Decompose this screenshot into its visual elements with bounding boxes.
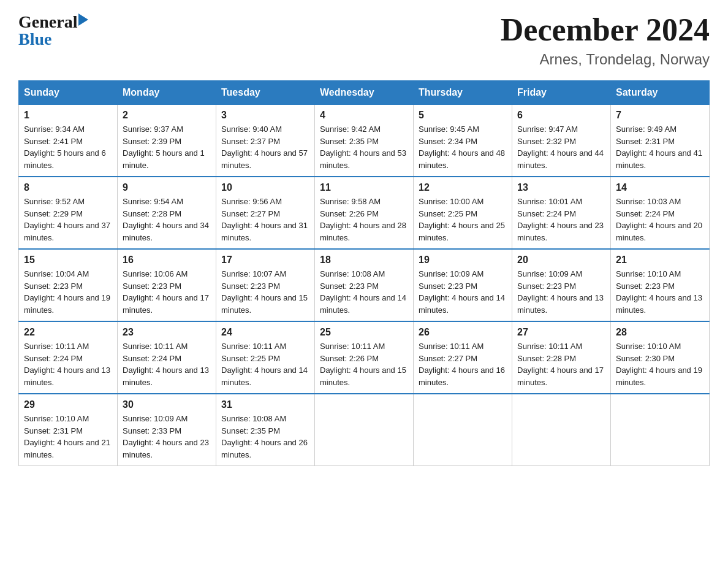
header-thursday: Thursday [414,81,512,105]
day-number: 2 [123,110,211,121]
table-row: 2 Sunrise: 9:37 AMSunset: 2:39 PMDayligh… [118,105,216,177]
title-block: December 2024 Arnes, Trondelag, Norway [501,12,710,68]
day-number: 28 [616,327,704,338]
table-row: 8 Sunrise: 9:52 AMSunset: 2:29 PMDayligh… [19,177,118,249]
day-number: 12 [419,182,507,193]
table-row: 19 Sunrise: 10:09 AMSunset: 2:23 PMDayli… [414,249,512,321]
page-title: December 2024 [501,12,710,47]
day-number: 4 [320,110,408,121]
table-row [414,394,512,466]
table-row [512,394,611,466]
table-row: 13 Sunrise: 10:01 AMSunset: 2:24 PMDayli… [512,177,611,249]
day-number: 5 [419,110,507,121]
day-info: Sunrise: 9:37 AMSunset: 2:39 PMDaylight:… [123,124,205,170]
logo-blue-text: Blue [18,29,88,49]
day-info: Sunrise: 9:45 AMSunset: 2:34 PMDaylight:… [419,124,505,170]
calendar-week-row: 29 Sunrise: 10:10 AMSunset: 2:31 PMDayli… [19,394,710,466]
day-number: 1 [24,110,112,121]
table-row: 3 Sunrise: 9:40 AMSunset: 2:37 PMDayligh… [216,105,315,177]
day-number: 7 [616,110,704,121]
header-wednesday: Wednesday [315,81,414,105]
day-info: Sunrise: 9:49 AMSunset: 2:31 PMDaylight:… [616,124,702,170]
day-info: Sunrise: 9:56 AMSunset: 2:27 PMDaylight:… [221,197,308,242]
page-subtitle: Arnes, Trondelag, Norway [501,51,710,68]
table-row: 6 Sunrise: 9:47 AMSunset: 2:32 PMDayligh… [512,105,611,177]
day-info: Sunrise: 10:10 AMSunset: 2:31 PMDaylight… [24,414,110,459]
table-row: 22 Sunrise: 10:11 AMSunset: 2:24 PMDayli… [19,321,118,394]
header-sunday: Sunday [19,81,118,105]
day-info: Sunrise: 10:00 AMSunset: 2:25 PMDaylight… [419,197,505,242]
header-tuesday: Tuesday [216,81,315,105]
day-number: 15 [24,255,112,266]
day-number: 19 [419,255,507,266]
table-row: 4 Sunrise: 9:42 AMSunset: 2:35 PMDayligh… [315,105,414,177]
day-number: 10 [221,182,309,193]
day-info: Sunrise: 10:03 AMSunset: 2:24 PMDaylight… [616,197,702,242]
table-row [611,394,710,466]
table-row: 15 Sunrise: 10:04 AMSunset: 2:23 PMDayli… [19,249,118,321]
logo-arrow-icon [78,13,88,26]
day-info: Sunrise: 10:11 AMSunset: 2:25 PMDaylight… [221,342,308,387]
table-row: 18 Sunrise: 10:08 AMSunset: 2:23 PMDayli… [315,249,414,321]
day-info: Sunrise: 10:08 AMSunset: 2:35 PMDaylight… [221,414,308,459]
day-info: Sunrise: 10:08 AMSunset: 2:23 PMDaylight… [320,269,406,315]
day-info: Sunrise: 9:54 AMSunset: 2:28 PMDaylight:… [123,197,209,242]
day-number: 16 [123,255,211,266]
day-info: Sunrise: 10:10 AMSunset: 2:30 PMDaylight… [616,342,702,387]
calendar-week-row: 22 Sunrise: 10:11 AMSunset: 2:24 PMDayli… [19,321,710,394]
table-row: 29 Sunrise: 10:10 AMSunset: 2:31 PMDayli… [19,394,118,466]
calendar-week-row: 1 Sunrise: 9:34 AMSunset: 2:41 PMDayligh… [19,105,710,177]
table-row: 31 Sunrise: 10:08 AMSunset: 2:35 PMDayli… [216,394,315,466]
day-info: Sunrise: 10:11 AMSunset: 2:27 PMDaylight… [419,342,505,387]
calendar-header-row: Sunday Monday Tuesday Wednesday Thursday… [19,81,710,105]
day-info: Sunrise: 9:42 AMSunset: 2:35 PMDaylight:… [320,124,406,170]
day-info: Sunrise: 10:11 AMSunset: 2:26 PMDaylight… [320,342,406,387]
table-row: 26 Sunrise: 10:11 AMSunset: 2:27 PMDayli… [414,321,512,394]
table-row: 30 Sunrise: 10:09 AMSunset: 2:33 PMDayli… [118,394,216,466]
day-number: 9 [123,182,211,193]
day-info: Sunrise: 9:58 AMSunset: 2:26 PMDaylight:… [320,197,406,242]
day-number: 18 [320,255,408,266]
header-saturday: Saturday [611,81,710,105]
day-number: 23 [123,327,211,338]
day-number: 26 [419,327,507,338]
day-number: 25 [320,327,408,338]
day-number: 8 [24,182,112,193]
day-info: Sunrise: 9:40 AMSunset: 2:37 PMDaylight:… [221,124,308,170]
day-info: Sunrise: 10:06 AMSunset: 2:23 PMDaylight… [123,269,209,315]
table-row: 5 Sunrise: 9:45 AMSunset: 2:34 PMDayligh… [414,105,512,177]
day-info: Sunrise: 10:11 AMSunset: 2:24 PMDaylight… [123,342,209,387]
day-number: 11 [320,182,408,193]
day-number: 17 [221,255,309,266]
table-row: 9 Sunrise: 9:54 AMSunset: 2:28 PMDayligh… [118,177,216,249]
day-number: 20 [517,255,605,266]
table-row: 1 Sunrise: 9:34 AMSunset: 2:41 PMDayligh… [19,105,118,177]
day-number: 24 [221,327,309,338]
day-info: Sunrise: 10:04 AMSunset: 2:23 PMDaylight… [24,269,110,315]
day-info: Sunrise: 10:09 AMSunset: 2:33 PMDaylight… [123,414,209,459]
table-row: 24 Sunrise: 10:11 AMSunset: 2:25 PMDayli… [216,321,315,394]
day-info: Sunrise: 9:47 AMSunset: 2:32 PMDaylight:… [517,124,604,170]
day-number: 30 [123,399,211,410]
table-row: 7 Sunrise: 9:49 AMSunset: 2:31 PMDayligh… [611,105,710,177]
table-row: 11 Sunrise: 9:58 AMSunset: 2:26 PMDaylig… [315,177,414,249]
day-info: Sunrise: 10:01 AMSunset: 2:24 PMDaylight… [517,197,604,242]
day-info: Sunrise: 10:07 AMSunset: 2:23 PMDaylight… [221,269,308,315]
table-row: 23 Sunrise: 10:11 AMSunset: 2:24 PMDayli… [118,321,216,394]
table-row: 20 Sunrise: 10:09 AMSunset: 2:23 PMDayli… [512,249,611,321]
calendar-table: Sunday Monday Tuesday Wednesday Thursday… [18,80,710,466]
day-number: 21 [616,255,704,266]
day-info: Sunrise: 10:10 AMSunset: 2:23 PMDaylight… [616,269,702,315]
day-number: 22 [24,327,112,338]
table-row: 17 Sunrise: 10:07 AMSunset: 2:23 PMDayli… [216,249,315,321]
table-row: 25 Sunrise: 10:11 AMSunset: 2:26 PMDayli… [315,321,414,394]
day-number: 14 [616,182,704,193]
day-info: Sunrise: 10:09 AMSunset: 2:23 PMDaylight… [419,269,505,315]
table-row: 14 Sunrise: 10:03 AMSunset: 2:24 PMDayli… [611,177,710,249]
day-info: Sunrise: 9:34 AMSunset: 2:41 PMDaylight:… [24,124,106,170]
day-info: Sunrise: 10:09 AMSunset: 2:23 PMDaylight… [517,269,604,315]
day-number: 27 [517,327,605,338]
table-row: 27 Sunrise: 10:11 AMSunset: 2:28 PMDayli… [512,321,611,394]
day-info: Sunrise: 10:11 AMSunset: 2:28 PMDaylight… [517,342,604,387]
day-number: 6 [517,110,605,121]
